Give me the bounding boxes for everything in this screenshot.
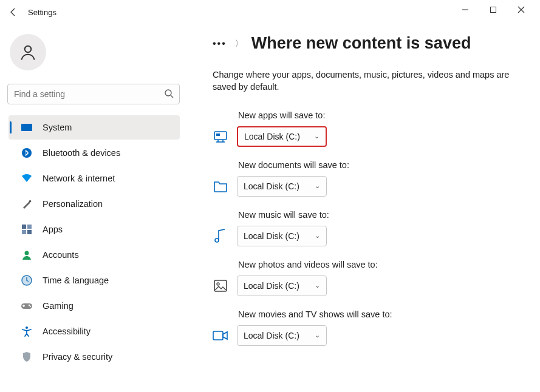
svg-rect-25 — [214, 280, 227, 291]
sidebar-item-label: Time & language — [43, 275, 109, 285]
setting-label: New documents will save to: — [238, 160, 528, 170]
sidebar-item-system[interactable]: System — [9, 115, 180, 140]
chevron-down-icon: ⌄ — [315, 331, 320, 339]
sidebar-item-privacy[interactable]: Privacy & security — [9, 345, 180, 369]
music-icon — [213, 228, 228, 244]
svg-point-16 — [29, 305, 30, 306]
svg-point-6 — [22, 148, 32, 158]
svg-line-4 — [171, 95, 173, 98]
back-button[interactable] — [5, 4, 22, 21]
breadcrumb: ••• 〉 Where new content is saved — [213, 34, 528, 53]
svg-rect-10 — [22, 230, 26, 234]
chevron-right-icon: 〉 — [235, 38, 243, 49]
close-button[interactable] — [507, 0, 535, 19]
svg-rect-11 — [27, 230, 32, 234]
setting-folder: New documents will save to: Local Disk (… — [213, 160, 528, 197]
svg-rect-8 — [22, 225, 26, 229]
bluetooth-icon — [21, 147, 33, 159]
svg-rect-20 — [216, 133, 220, 136]
sidebar-item-personalization[interactable]: Personalization — [9, 192, 180, 216]
video-icon — [213, 328, 228, 343]
search-icon — [164, 89, 174, 101]
sidebar-item-network[interactable]: Network & internet — [9, 166, 180, 191]
setting-label: New movies and TV shows will save to: — [238, 309, 528, 319]
svg-point-24 — [215, 238, 219, 242]
sidebar-item-accounts[interactable]: Accounts — [9, 243, 180, 267]
drive-dropdown[interactable]: Local Disk (C:) ⌄ — [237, 325, 327, 346]
chevron-down-icon: ⌄ — [314, 132, 320, 140]
dropdown-value: Local Disk (C:) — [244, 331, 299, 340]
dropdown-value: Local Disk (C:) — [244, 181, 299, 191]
sidebar-item-gaming[interactable]: Gaming — [9, 294, 180, 318]
dropdown-value: Local Disk (C:) — [244, 281, 299, 291]
svg-point-18 — [26, 326, 28, 329]
apps-icon — [21, 223, 33, 235]
svg-point-26 — [217, 283, 219, 285]
sidebar-item-apps[interactable]: Apps — [9, 217, 180, 242]
svg-rect-5 — [21, 124, 32, 131]
search-box — [7, 84, 180, 104]
settings-list: New apps will save to: Local Disk (C:) ⌄… — [213, 110, 528, 346]
chevron-down-icon: ⌄ — [315, 182, 320, 190]
drive-dropdown[interactable]: Local Disk (C:) ⌄ — [237, 275, 327, 296]
network-icon — [21, 172, 33, 184]
svg-rect-9 — [27, 225, 32, 229]
accounts-icon — [21, 249, 33, 261]
sidebar-item-label: Privacy & security — [43, 352, 112, 362]
setting-music: New music will save to: Local Disk (C:) … — [213, 210, 528, 246]
system-icon — [21, 121, 33, 133]
sidebar-item-label: Network & internet — [43, 174, 115, 183]
svg-rect-27 — [213, 331, 223, 340]
accessibility-icon — [21, 325, 33, 337]
sidebar-item-bluetooth[interactable]: Bluetooth & devices — [9, 141, 180, 165]
sidebar-item-label: Gaming — [43, 301, 73, 311]
user-avatar[interactable] — [10, 34, 46, 70]
setting-label: New apps will save to: — [238, 110, 528, 120]
page-title: Where new content is saved — [251, 34, 471, 53]
sidebar-item-label: Bluetooth & devices — [43, 148, 120, 158]
sidebar-item-accessibility[interactable]: Accessibility — [9, 319, 180, 343]
personalization-icon — [21, 198, 33, 210]
drive-dropdown[interactable]: Local Disk (C:) ⌄ — [237, 126, 327, 147]
dropdown-value: Local Disk (C:) — [244, 132, 300, 141]
sidebar-item-label: Accessibility — [43, 326, 91, 336]
svg-point-17 — [30, 306, 31, 307]
folder-icon — [213, 178, 228, 194]
setting-video: New movies and TV shows will save to: Lo… — [213, 309, 528, 346]
time-icon — [21, 274, 33, 286]
main-content: ••• 〉 Where new content is saved Change … — [188, 24, 540, 392]
svg-point-12 — [25, 251, 29, 255]
image-icon — [213, 278, 228, 294]
chevron-down-icon: ⌄ — [315, 282, 320, 289]
setting-image: New photos and videos will save to: Loca… — [213, 260, 528, 296]
svg-rect-1 — [491, 7, 496, 13]
dropdown-value: Local Disk (C:) — [244, 231, 299, 241]
title-bar: Settings — [0, 0, 540, 24]
sidebar: SystemBluetooth & devicesNetwork & inter… — [0, 24, 188, 392]
search-input[interactable] — [7, 84, 180, 104]
drive-dropdown[interactable]: Local Disk (C:) ⌄ — [237, 176, 327, 197]
chevron-down-icon: ⌄ — [315, 232, 320, 240]
svg-point-2 — [25, 46, 32, 53]
privacy-icon — [21, 351, 33, 363]
monitor-icon — [213, 129, 228, 144]
nav-list: SystemBluetooth & devicesNetwork & inter… — [5, 115, 183, 369]
setting-monitor: New apps will save to: Local Disk (C:) ⌄ — [213, 110, 528, 147]
sidebar-item-label: Personalization — [43, 199, 103, 209]
window-title: Settings — [28, 8, 56, 17]
sidebar-item-label: System — [43, 123, 72, 132]
setting-label: New music will save to: — [238, 210, 528, 220]
sidebar-item-time[interactable]: Time & language — [9, 268, 180, 292]
drive-dropdown[interactable]: Local Disk (C:) ⌄ — [237, 226, 327, 246]
sidebar-item-label: Apps — [43, 225, 63, 234]
setting-label: New photos and videos will save to: — [238, 260, 528, 269]
breadcrumb-more-icon[interactable]: ••• — [213, 38, 227, 49]
svg-point-3 — [165, 90, 171, 96]
page-description: Change where your apps, documents, music… — [213, 69, 528, 93]
gaming-icon — [21, 300, 33, 312]
sidebar-item-label: Accounts — [43, 250, 79, 260]
maximize-button[interactable] — [479, 0, 507, 19]
minimize-button[interactable] — [451, 0, 479, 19]
